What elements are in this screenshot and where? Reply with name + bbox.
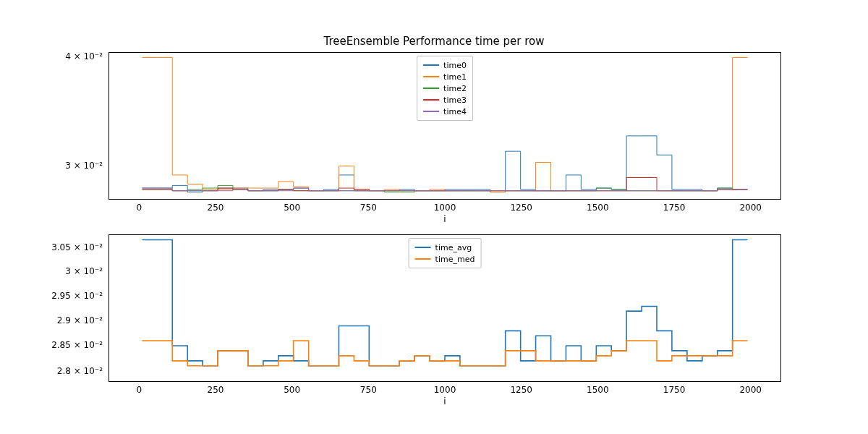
legend-top: time0time1time2time3time4	[417, 56, 473, 121]
xtick-label: 1500	[587, 385, 609, 395]
legend-label: time_med	[435, 255, 475, 264]
ytick-label: 3 × 10⁻²	[0, 266, 103, 276]
xtick-label: 0	[136, 385, 142, 395]
xtick-label: 750	[360, 385, 377, 395]
series-line	[142, 341, 747, 366]
ytick-label: 2.8 × 10⁻²	[0, 366, 103, 376]
legend-item: time4	[423, 106, 467, 117]
xtick-label: 0	[136, 203, 142, 213]
legend-label: time1	[443, 72, 467, 82]
ytick-label: 2.9 × 10⁻²	[0, 315, 103, 326]
legend-swatch	[423, 88, 439, 89]
legend-swatch	[423, 76, 439, 77]
legend-bottom: time_avgtime_med	[409, 238, 482, 268]
axes-bottom: time_avgtime_med	[109, 234, 781, 382]
figure: TreeEnsemble Performance time per row ti…	[0, 0, 868, 434]
ytick-label: 2.85 × 10⁻²	[0, 340, 103, 350]
xtick-label: 1250	[510, 203, 532, 213]
legend-item: time3	[423, 94, 467, 106]
xtick-label: 1750	[663, 385, 686, 395]
legend-swatch	[423, 111, 439, 112]
legend-item: time_med	[415, 253, 475, 265]
legend-swatch	[415, 258, 431, 260]
xtick-label: 750	[360, 203, 377, 213]
xtick-label: 1000	[434, 385, 456, 395]
ytick-label: 2.95 × 10⁻²	[0, 291, 103, 301]
xtick-label: 2000	[739, 203, 762, 213]
figure-title: TreeEnsemble Performance time per row	[0, 35, 868, 48]
series-line	[142, 177, 747, 190]
xtick-label: 2000	[739, 385, 762, 395]
legend-label: time3	[443, 95, 467, 105]
xtick-label: 1500	[587, 203, 609, 213]
legend-item: time0	[423, 59, 467, 71]
legend-swatch	[423, 64, 439, 66]
legend-label: time_avg	[435, 243, 472, 252]
xtick-label: 250	[208, 385, 224, 395]
legend-label: time0	[443, 61, 467, 70]
legend-swatch	[415, 247, 431, 248]
legend-item: time_avg	[415, 242, 475, 253]
axes-top: time0time1time2time3time4	[109, 52, 781, 200]
xtick-label: 1250	[510, 385, 532, 395]
xtick-label: 1000	[434, 203, 456, 213]
legend-item: time1	[423, 71, 467, 82]
legend-item: time2	[423, 82, 467, 94]
xtick-label: 500	[284, 203, 300, 213]
xtick-label: 1750	[663, 203, 686, 213]
xtick-label: 250	[208, 203, 224, 213]
legend-label: time2	[443, 84, 467, 93]
legend-swatch	[423, 99, 439, 101]
xlabel-top: i	[109, 214, 781, 224]
xtick-label: 500	[284, 385, 300, 395]
ytick-label: 4 × 10⁻²	[0, 51, 103, 61]
xlabel-bottom: i	[109, 396, 781, 407]
legend-label: time4	[443, 107, 467, 116]
ytick-label: 3 × 10⁻²	[0, 161, 103, 171]
ytick-label: 3.05 × 10⁻²	[0, 242, 103, 252]
